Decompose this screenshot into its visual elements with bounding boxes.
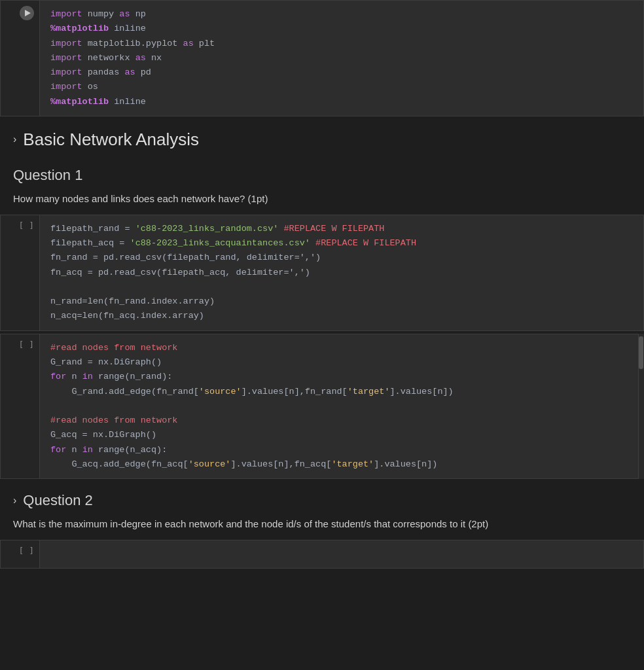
keyword-as-2: as [183, 39, 194, 48]
cell-bracket-q1-2: [ ] [19, 340, 34, 349]
question-1-title: Question 1 [13, 167, 631, 184]
imports-cell: import numpy as np %matplotlib inline im… [0, 0, 644, 116]
scrollbar-thumb[interactable] [639, 336, 643, 369]
cell-q2-1: [ ] [0, 540, 644, 569]
question-1-text: How many nodes and links does each netwo… [0, 189, 644, 215]
keyword-import-3: import [50, 53, 82, 63]
cell-bracket-q2-1: [ ] [19, 546, 34, 555]
chevron-icon-q2[interactable]: › [13, 495, 16, 506]
code-q2-1[interactable] [40, 540, 643, 568]
keyword-as-3: as [135, 53, 146, 63]
code-q1-2[interactable]: #read nodes from network G_rand = nx.DiG… [40, 334, 643, 478]
chevron-icon[interactable]: › [13, 133, 16, 145]
section-title: Basic Network Analysis [23, 130, 199, 150]
imports-code: import numpy as np %matplotlib inline im… [40, 1, 643, 116]
code-q1-1[interactable]: filepath_rand = 'c88-2023_links_random.c… [40, 215, 643, 330]
magic-matplotlib-2: %matplotlib [50, 97, 109, 107]
cell-gutter-q1-1: [ ] [1, 215, 40, 330]
play-icon [25, 10, 31, 16]
keyword-as-4: as [124, 67, 135, 77]
notebook: import numpy as np %matplotlib inline im… [0, 0, 644, 670]
keyword-import-5: import [50, 82, 82, 92]
cell-q1-1: [ ] filepath_rand = 'c88-2023_links_rand… [0, 215, 644, 331]
cell-q1-2-wrapper: [ ] #read nodes from network G_rand = nx… [0, 334, 644, 479]
cell-gutter-imports [1, 1, 40, 116]
cell-q1-2: [ ] #read nodes from network G_rand = nx… [0, 334, 644, 479]
magic-matplotlib-1: %matplotlib [50, 24, 109, 33]
question-1-header: Question 1 [0, 155, 644, 189]
cell-gutter-q1-2: [ ] [1, 334, 40, 478]
keyword-as-1: as [119, 9, 130, 19]
cell-bracket-q1-1: [ ] [19, 220, 34, 230]
keyword-import-2: import [50, 39, 82, 48]
scrollbar-track[interactable] [638, 334, 644, 479]
run-button-imports[interactable] [20, 6, 34, 20]
question-2-title: Question 2 [23, 492, 92, 509]
section-basic-network-analysis: › Basic Network Analysis [0, 119, 644, 155]
keyword-import-4: import [50, 67, 82, 77]
cell-gutter-q2-1: [ ] [1, 540, 40, 568]
question-2-text: What is the maximum in-degree in each ne… [0, 514, 644, 540]
keyword-import-1: import [50, 9, 82, 19]
question-2-header: › Question 2 [0, 482, 644, 514]
